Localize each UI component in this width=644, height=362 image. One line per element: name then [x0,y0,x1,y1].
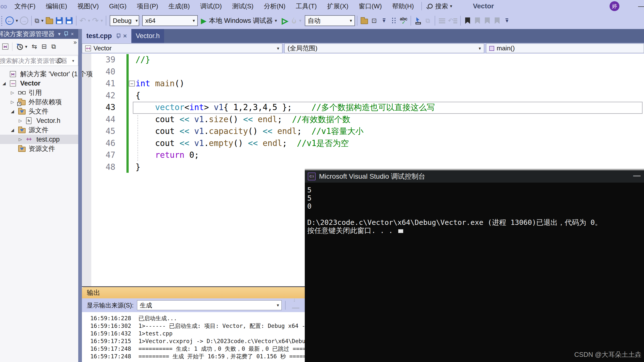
toolbar-overflow-button[interactable]: ▾ [502,14,512,27]
select-mode-button[interactable] [413,14,423,27]
search-options-button[interactable]: ▾ [68,55,78,66]
debugger-label: 本地 Windows 调试器 [209,16,273,25]
fold-collapse-icon[interactable]: − [129,81,135,86]
menu-item[interactable]: Git(G) [104,2,132,10]
menu-item[interactable]: 帮助(H) [387,2,419,10]
start-debugging-button[interactable]: ▶ 本地 Windows 调试器 ▾ [200,14,278,27]
tree-item[interactable]: ⋈解决方案 'Vector' (1 个项 [0,69,78,79]
toolbar-grip[interactable] [1,15,2,26]
account-avatar[interactable]: 婷 [610,1,620,11]
toggle-bookmark-button[interactable] [463,14,472,27]
hot-reload-button[interactable]: ▾ [290,14,302,27]
window-minimize-button[interactable]: — [638,2,644,10]
menu-item[interactable]: 项目(P) [132,2,163,10]
standard-toolbar: ←▾ → ⧉▾ ↶▾ ↷▾ Debug▾ x64▾ ▶ 本地 Windows 调… [0,12,644,29]
method-icon [489,46,494,51]
solution-explorer-panel: 解决方案资源管理器 ▾ × ⋈ ▾ ⇆ ⊟ ⧉ » ▾ ⋈解决方案 'Vecto… [0,29,78,362]
console-line: 5 [307,194,644,202]
undo-changes-button[interactable]: ↶ [447,14,458,27]
solution-explorer-titlebar[interactable]: 解决方案资源管理器 ▾ × [0,29,78,39]
new-project-button[interactable]: ⧉▾ [34,14,44,27]
menu-item[interactable]: 窗口(W) [354,2,387,10]
save-all-button[interactable] [64,14,74,27]
menu-item[interactable]: 分析(N) [258,2,290,10]
menu-item[interactable]: 测试(S) [227,2,259,10]
menu-item[interactable]: 文件(F) [9,2,40,10]
start-without-debugging-button[interactable]: ▷ [280,14,290,27]
menu-item[interactable]: 扩展(X) [322,2,354,10]
navigate-forward-button[interactable]: → [19,14,29,27]
undo-icon: ↶ [80,16,86,25]
tree-item[interactable]: ▷引用 [0,88,78,97]
menu-item[interactable]: 编辑(E) [40,2,72,10]
tree-item[interactable]: 资源文件 [0,144,78,153]
close-icon[interactable]: × [123,32,127,40]
undo-button[interactable]: ↶▾ [78,14,91,27]
expander-expanded-icon[interactable]: ◢ [11,128,18,133]
collapse-all-button[interactable]: ⊟ [42,43,47,50]
column-guides-button[interactable] [389,14,399,27]
sync-with-active-document-button[interactable]: ⇆ [32,43,37,50]
back-arrow-icon: ← [6,16,14,25]
output-source-dropdown[interactable]: 生成 ▾ [137,300,282,310]
tree-item[interactable]: ▷++test.cpp [0,135,78,144]
solution-explorer-button[interactable]: ⊡ [369,14,379,27]
tab-test-cpp[interactable]: test.cpp × [82,29,131,43]
console-minimize-button[interactable]: — [633,171,640,180]
console-line [307,210,644,219]
project-dropdown[interactable]: ++ Vector ▾ [82,43,282,53]
switch-views-button[interactable]: ⋈ [2,43,8,50]
scroll-lock-icon[interactable] [292,302,299,309]
menu-item[interactable]: 生成(B) [163,2,195,10]
decrease-indent-button[interactable] [437,14,447,27]
menu-search-button[interactable]: 搜索 ▾ [424,2,456,10]
next-bookmark-button[interactable] [482,14,492,27]
watch-mode-dropdown[interactable]: 自动▾ [305,15,355,26]
expander-expanded-icon[interactable]: ◢ [11,109,18,114]
solution-platform-dropdown[interactable]: x64▾ [142,15,198,26]
tab-vector-h[interactable]: Vector.h [131,29,164,43]
expander-collapsed-icon[interactable]: ▷ [19,118,26,123]
log-timestamp: 16:59:16:432 [90,330,138,338]
close-icon[interactable]: × [71,31,74,37]
toolbar-overflow-button[interactable]: ▾ [379,14,389,27]
tree-item[interactable]: ◢++Vector [0,79,78,88]
find-in-files-button[interactable] [360,14,369,27]
overflow-icon[interactable]: » [74,39,77,46]
open-folder-icon [46,19,53,24]
menu-item[interactable]: 视图(V) [72,2,104,10]
line-number: 46 [91,137,115,149]
tree-item[interactable]: ◢头文件 [0,107,78,116]
toolbar-separator [357,16,358,25]
spell-check-button[interactable]: abc✓ [399,14,408,27]
copy-structure-button[interactable]: ⧉ [423,14,433,27]
cpp-project-icon: ++ [85,45,91,51]
menu-item[interactable]: 调试(D) [195,2,227,10]
menu-item[interactable]: 工具(T) [291,2,322,10]
console-output[interactable]: 550D:\2023code.c\Vector\x64\Debug\Vector… [305,183,644,235]
save-button[interactable] [54,14,64,27]
expander-collapsed-icon[interactable]: ▷ [11,90,18,95]
chevron-down-icon[interactable]: ▾ [58,31,60,37]
navigate-back-button[interactable]: ←▾ [4,14,19,27]
member-dropdown[interactable]: main() [486,43,644,53]
tree-item[interactable]: ▷↗外部依赖项 [0,97,78,107]
expander-collapsed-icon[interactable]: ▷ [19,137,26,142]
redo-button[interactable]: ↷▾ [91,14,104,27]
scope-dropdown[interactable]: (全局范围) ▾ [284,43,484,53]
properties-button[interactable]: ⧉ [52,43,56,50]
code-text: cout << v1.capacity() << endl; //v1容量大小 [136,125,364,137]
code-text: cout << v1.size() << endl; //有效数据个数 [136,113,350,125]
open-file-button[interactable] [44,14,54,27]
pin-icon[interactable] [116,34,120,38]
pin-icon[interactable] [64,31,68,36]
clear-bookmarks-button[interactable] [492,14,502,27]
pending-changes-filter-button[interactable]: ▾ [16,43,27,50]
tree-item[interactable]: ◢源文件 [0,125,78,135]
console-titlebar[interactable]: C:\ Microsoft Visual Studio 调试控制台 — [305,170,644,183]
expander-expanded-icon[interactable]: ◢ [2,81,10,86]
tree-item[interactable]: ▷hVector.h [0,116,78,125]
previous-bookmark-button[interactable] [472,14,482,27]
panel-splitter[interactable] [78,29,82,362]
solution-configuration-dropdown[interactable]: Debug▾ [110,15,139,26]
